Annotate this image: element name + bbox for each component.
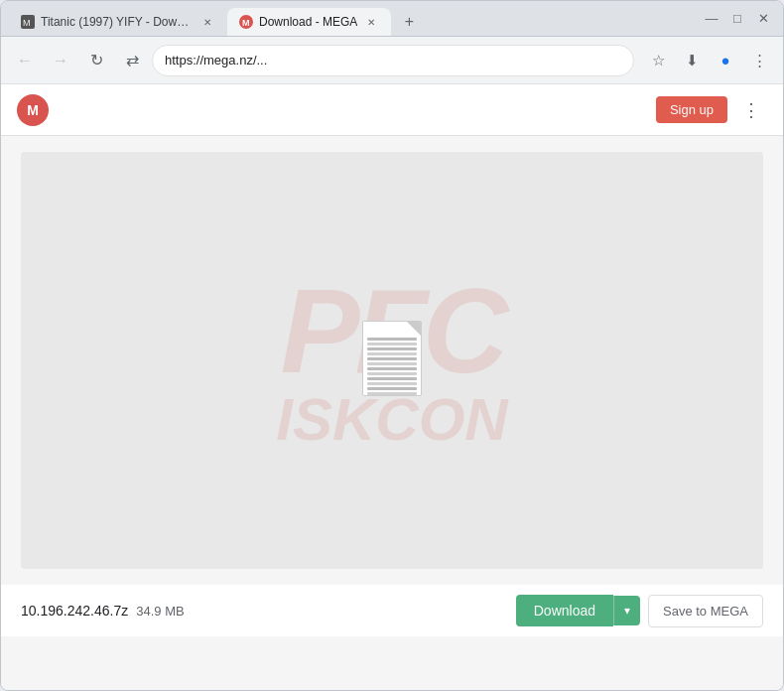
stripe-11 xyxy=(367,387,417,390)
stripe-9 xyxy=(367,377,417,380)
svg-text:M: M xyxy=(242,18,250,28)
stripe-8 xyxy=(367,372,417,375)
download-arrow-button[interactable]: ▾ xyxy=(613,596,640,625)
file-icon-wrapper xyxy=(362,321,422,400)
file-name: 10.196.242.46.7z xyxy=(21,603,128,619)
stripe-1 xyxy=(367,338,417,341)
file-bottom-bar: 10.196.242.46.7z 34.9 MB Download ▾ Save… xyxy=(1,585,783,636)
tab2-favicon: M xyxy=(239,15,253,29)
translate-button[interactable]: ⇄ xyxy=(116,45,148,76)
reload-button[interactable]: ↻ xyxy=(80,45,112,76)
stripe-7 xyxy=(367,367,417,370)
page-content: M Sign up ⋮ PFC ISKCON xyxy=(1,84,783,690)
file-preview-container: PFC ISKCON xyxy=(21,152,763,569)
tab1-title: Titanic (1997) YIFY - Download... xyxy=(41,15,194,29)
stripe-5 xyxy=(367,357,417,360)
window-controls: — □ ✕ xyxy=(700,7,775,31)
forward-button[interactable]: → xyxy=(45,45,76,76)
title-bar: M Titanic (1997) YIFY - Download... ✕ M … xyxy=(1,1,783,37)
address-bar-row: ← → ↻ ⇄ https://mega.nz/... ☆ ⬇ ● ⋮ xyxy=(1,37,783,84)
back-button[interactable]: ← xyxy=(9,45,41,76)
download-page-button[interactable]: ⬇ xyxy=(676,45,708,76)
file-icon-stripes xyxy=(363,322,421,396)
address-bar[interactable]: https://mega.nz/... xyxy=(152,45,634,76)
minimize-button[interactable]: — xyxy=(700,7,723,31)
stripe-6 xyxy=(367,362,417,365)
stripe-12 xyxy=(367,392,417,395)
file-icon xyxy=(362,321,422,396)
mega-header-right: Sign up ⋮ xyxy=(656,94,767,126)
save-to-mega-button[interactable]: Save to MEGA xyxy=(648,595,763,627)
tab1-close-btn[interactable]: ✕ xyxy=(199,14,215,30)
file-info: 10.196.242.46.7z 34.9 MB xyxy=(21,603,185,619)
new-tab-button[interactable]: + xyxy=(395,8,423,36)
url-text: https://mega.nz/... xyxy=(165,53,621,68)
stripe-10 xyxy=(367,382,417,385)
browser-window: M Titanic (1997) YIFY - Download... ✕ M … xyxy=(0,0,784,691)
tab1-favicon: M xyxy=(21,15,35,29)
download-button[interactable]: Download xyxy=(516,595,613,626)
tab-titanic[interactable]: M Titanic (1997) YIFY - Download... ✕ xyxy=(9,8,227,36)
tabs-container: M Titanic (1997) YIFY - Download... ✕ M … xyxy=(9,1,688,36)
signup-button[interactable]: Sign up xyxy=(656,96,727,123)
close-button[interactable]: ✕ xyxy=(751,7,775,31)
mega-menu-button[interactable]: ⋮ xyxy=(735,94,767,126)
mega-logo: M xyxy=(17,94,49,126)
svg-text:M: M xyxy=(23,18,31,28)
bookmark-button[interactable]: ☆ xyxy=(642,45,674,76)
mega-header: M Sign up ⋮ xyxy=(1,84,783,136)
tab2-close-btn[interactable]: ✕ xyxy=(363,14,379,30)
stripe-2 xyxy=(367,343,417,346)
chrome-menu-button[interactable]: ⋮ xyxy=(743,45,775,76)
stripe-4 xyxy=(367,352,417,355)
maximize-button[interactable]: □ xyxy=(725,7,749,31)
file-actions: Download ▾ Save to MEGA xyxy=(516,595,763,627)
stripe-3 xyxy=(367,347,417,350)
profile-button[interactable]: ● xyxy=(710,45,741,76)
tab2-title: Download - MEGA xyxy=(259,15,357,29)
address-bar-actions: ☆ ⬇ ● ⋮ xyxy=(642,45,775,76)
file-size: 34.9 MB xyxy=(136,604,184,619)
tab-mega-download[interactable]: M Download - MEGA ✕ xyxy=(227,8,391,36)
